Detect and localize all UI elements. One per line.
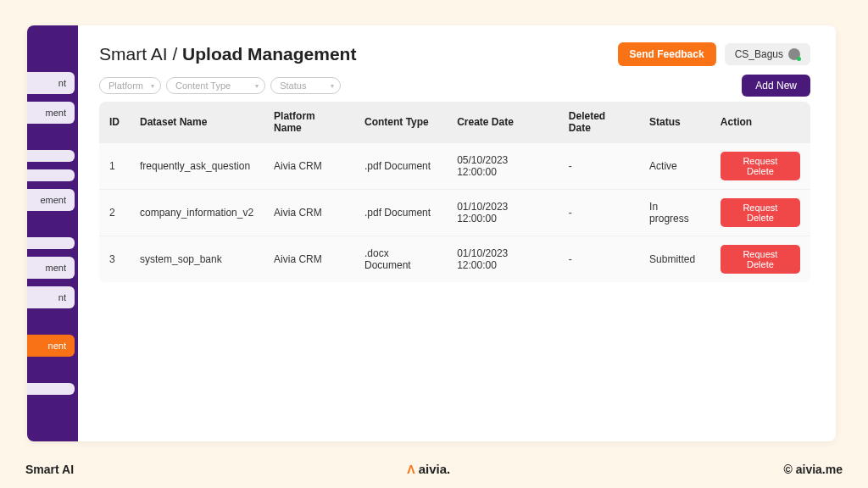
sidebar-item-6[interactable]: ment xyxy=(27,257,75,279)
sidebar-item-5[interactable] xyxy=(27,237,75,249)
user-avatar-icon xyxy=(788,48,800,60)
footer-left: Smart AI xyxy=(25,463,74,476)
col-id: ID xyxy=(99,102,130,143)
sidebar-item-7[interactable]: nt xyxy=(27,286,75,308)
cell-deletedDate: - xyxy=(559,190,639,236)
cell-createDate: 01/10/2023 12:00:00 xyxy=(447,236,559,283)
cell-createDate: 01/10/2023 12:00:00 xyxy=(447,190,559,236)
table-row: 3system_sop_bankAivia CRM.docx Document0… xyxy=(99,236,810,283)
logo-mark-icon: Λ xyxy=(407,463,415,476)
sidebar-item-8[interactable]: nent xyxy=(27,335,75,357)
cell-deletedDate: - xyxy=(559,143,639,190)
sidebar-item-9[interactable] xyxy=(27,383,75,395)
cell-action: Request Delete xyxy=(710,143,810,190)
datasets-table: ID Dataset Name Platform Name Content Ty… xyxy=(99,102,810,282)
col-content-type: Content Type xyxy=(354,102,447,143)
username: CS_Bagus xyxy=(735,48,783,60)
status-dot-icon xyxy=(797,57,801,61)
main-content: Smart AI / Upload Management Send Feedba… xyxy=(78,25,836,441)
cell-id: 2 xyxy=(99,190,130,236)
breadcrumb-current: Upload Management xyxy=(182,44,356,64)
cell-id: 3 xyxy=(99,236,130,283)
cell-platform: Aivia CRM xyxy=(264,190,354,236)
cell-status: Active xyxy=(639,143,710,190)
sidebar-item-0[interactable]: nt xyxy=(27,72,75,94)
add-new-button[interactable]: Add New xyxy=(742,75,810,97)
table-header-row: ID Dataset Name Platform Name Content Ty… xyxy=(99,102,810,143)
table-row: 1frequently_ask_questionAivia CRM.pdf Do… xyxy=(99,143,810,190)
cell-contentType: .pdf Document xyxy=(354,190,447,236)
breadcrumb-parent: Smart AI xyxy=(99,44,168,64)
footer: Smart AI Λ aivia. © aivia.me xyxy=(0,450,868,488)
request-delete-button[interactable]: Request Delete xyxy=(721,152,800,180)
col-deleted-date: Deleted Date xyxy=(559,102,639,143)
cell-deletedDate: - xyxy=(559,236,639,283)
sidebar-item-4[interactable]: ement xyxy=(27,189,75,211)
cell-status: Submitted xyxy=(639,236,710,283)
cell-contentType: .docx Document xyxy=(354,236,447,283)
filter-content-type[interactable]: Content Type xyxy=(166,77,265,94)
cell-action: Request Delete xyxy=(710,190,810,236)
sidebar: ntment ement mentntnent xyxy=(27,25,78,441)
col-status: Status xyxy=(639,102,710,143)
footer-right: © aivia.me xyxy=(784,463,843,476)
cell-createDate: 05/10/2023 12:00:00 xyxy=(447,143,559,190)
cell-action: Request Delete xyxy=(710,236,810,283)
sidebar-item-1[interactable]: ment xyxy=(27,102,75,124)
breadcrumb-sep: / xyxy=(172,44,177,64)
table-row: 2company_information_v2Aivia CRM.pdf Doc… xyxy=(99,190,810,236)
filter-platform[interactable]: Platform xyxy=(99,77,161,94)
cell-contentType: .pdf Document xyxy=(354,143,447,190)
send-feedback-button[interactable]: Send Feedback xyxy=(618,42,716,66)
breadcrumb: Smart AI / Upload Management xyxy=(99,44,356,64)
col-action: Action xyxy=(710,102,810,143)
request-delete-button[interactable]: Request Delete xyxy=(721,245,800,274)
sidebar-item-3[interactable] xyxy=(27,169,75,181)
cell-dataset: system_sop_bank xyxy=(130,236,264,283)
col-platform: Platform Name xyxy=(264,102,354,143)
cell-status: In progress xyxy=(639,190,710,236)
logo-text: aivia. xyxy=(419,462,451,476)
request-delete-button[interactable]: Request Delete xyxy=(721,198,800,227)
cell-dataset: company_information_v2 xyxy=(130,190,264,236)
cell-dataset: frequently_ask_question xyxy=(130,143,264,190)
filter-status[interactable]: Status xyxy=(270,77,341,94)
cell-id: 1 xyxy=(99,143,130,190)
sidebar-item-2[interactable] xyxy=(27,150,75,162)
col-dataset: Dataset Name xyxy=(130,102,264,143)
user-badge[interactable]: CS_Bagus xyxy=(725,43,810,65)
footer-logo: Λ aivia. xyxy=(407,462,450,476)
col-create-date: Create Date xyxy=(447,102,559,143)
cell-platform: Aivia CRM xyxy=(264,143,354,190)
cell-platform: Aivia CRM xyxy=(264,236,354,283)
